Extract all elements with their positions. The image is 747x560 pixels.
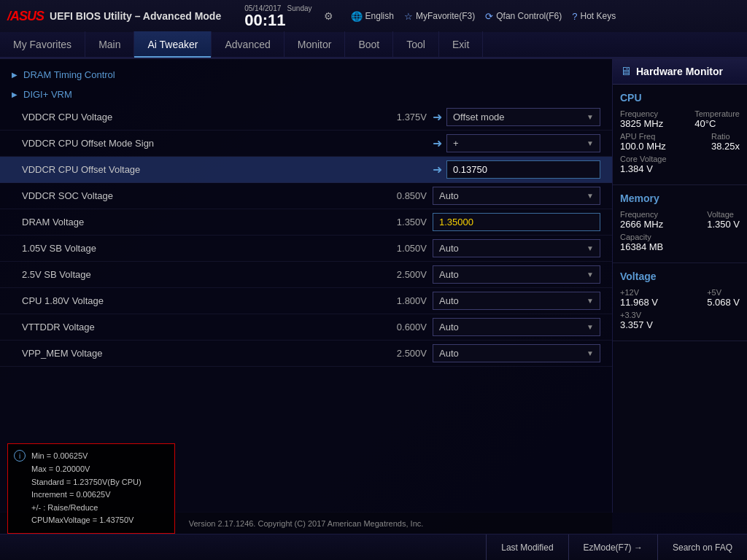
cpu-1-80v-voltage-value: 1.800V [368, 295, 427, 306]
vttddr-voltage-control: Auto ▼ [433, 318, 600, 336]
time-display: 05/14/2017 Sunday 00:11 [244, 4, 311, 28]
globe-icon: 🌐 [351, 11, 363, 22]
vttddr-voltage-row: VTTDDR Voltage 0.600V Auto ▼ [0, 314, 612, 341]
cpu-1-80v-voltage-row: CPU 1.80V Voltage 1.800V Auto ▼ [0, 288, 612, 314]
ez-mode-btn[interactable]: EzMode(F7) → [568, 534, 657, 560]
mem-freq-value: 2666 MHz [620, 219, 663, 230]
chevron-down-icon: ▼ [587, 244, 594, 252]
vddcr-soc-voltage-label: VDDCR SOC Voltage [22, 190, 368, 201]
cpu-freq-value: 3825 MHz [620, 118, 663, 129]
hot-keys-btn[interactable]: ? Hot Keys [572, 11, 616, 22]
tab-boot[interactable]: Boot [345, 31, 393, 58]
cpu-section-title: CPU [620, 92, 740, 104]
chevron-down-icon: ▼ [587, 113, 594, 121]
1-05v-sb-dropdown[interactable]: Auto ▼ [433, 239, 600, 257]
cpu-freq-label: Frequency [620, 109, 663, 118]
header-nav-items: 🌐 English ☆ MyFavorite(F3) ⟳ Qfan Contro… [351, 11, 616, 22]
header: /ASUS UEFI BIOS Utility – Advanced Mode … [0, 0, 747, 59]
mem-capacity-row: Capacity 16384 MB [620, 233, 740, 252]
vddcr-cpu-voltage-value: 1.375V [368, 112, 427, 122]
mem-voltage-label: Voltage [707, 210, 740, 219]
tab-advanced[interactable]: Advanced [212, 31, 284, 58]
header-tools: 05/14/2017 Sunday 00:11 ⚙ [244, 4, 333, 28]
chevron-down-icon: ▼ [587, 323, 594, 331]
mem-voltage-value: 1.350 V [707, 219, 740, 230]
bottom-bar: Last Modified EzMode(F7) → Search on FAQ [0, 534, 747, 560]
help-icon: ? [572, 11, 577, 22]
dram-voltage-label: DRAM Voltage [22, 217, 368, 228]
search-on-faq-btn[interactable]: Search on FAQ [657, 534, 747, 560]
mem-freq-voltage-row: Frequency 2666 MHz Voltage 1.350 V [620, 210, 740, 230]
mem-capacity-label: Capacity [620, 233, 663, 241]
offset-mode-dropdown[interactable]: Offset mode ▼ [446, 108, 600, 126]
cpu-temp-label: Temperature [694, 109, 740, 118]
myfavorite-btn[interactable]: ☆ MyFavorite(F3) [404, 11, 475, 22]
1-05v-sb-voltage-value: 1.050V [368, 243, 427, 254]
33v-row: +3.3V 3.357 V [620, 311, 740, 330]
fan-icon: ⟳ [485, 11, 493, 22]
cpu-1-80v-dropdown[interactable]: Auto ▼ [433, 292, 600, 310]
hardware-monitor-panel: 🖥 Hardware Monitor CPU Frequency 3825 MH… [612, 59, 747, 513]
offset-voltage-input[interactable]: 0.13750 [446, 160, 600, 179]
memory-section: Memory Frequency 2666 MHz Voltage 1.350 … [613, 185, 747, 263]
qfan-control-btn[interactable]: ⟳ Qfan Control(F6) [485, 11, 562, 22]
gear-icon[interactable]: ⚙ [324, 10, 333, 22]
asus-logo: /ASUS [7, 9, 44, 24]
last-modified-btn[interactable]: Last Modified [486, 534, 568, 560]
vddcr-soc-voltage-control: Auto ▼ [433, 187, 600, 205]
vddcr-cpu-voltage-row: VDDCR CPU Voltage 1.375V ➜ Offset mode ▼ [0, 104, 612, 131]
vpp-mem-voltage-row: VPP_MEM Voltage 2.500V Auto ▼ [0, 341, 612, 367]
tab-my-favorites[interactable]: My Favorites [0, 31, 85, 58]
voltage-section: Voltage +12V 11.968 V +5V 5.068 V +3.3V … [613, 263, 747, 341]
soc-voltage-dropdown[interactable]: Auto ▼ [433, 187, 600, 205]
vddcr-cpu-voltage-control: ➜ Offset mode ▼ [433, 108, 600, 126]
chevron-down-icon: ▼ [587, 192, 594, 200]
vpp-mem-voltage-control: Auto ▼ [433, 344, 600, 362]
dram-timing-control-header[interactable]: ▶ DRAM Timing Control [0, 65, 612, 85]
info-content: Min = 0.00625V Max = 0.20000V Standard =… [31, 450, 167, 527]
main-nav: My Favorites Main Ai Tweaker Advanced Mo… [0, 32, 747, 58]
core-voltage-row: Core Voltage 1.384 V [620, 155, 740, 174]
collapse-arrow-icon: ▶ [12, 90, 18, 98]
vddcr-cpu-offset-mode-sign-row: VDDCR CPU Offset Mode Sign ➜ + ▼ [0, 131, 612, 157]
star-icon: ☆ [404, 11, 413, 22]
language-selector[interactable]: 🌐 English [351, 11, 394, 22]
vttddr-voltage-label: VTTDDR Voltage [22, 322, 368, 332]
tab-main[interactable]: Main [85, 31, 134, 58]
vddcr-cpu-offset-voltage-label: VDDCR CPU Offset Voltage [22, 164, 368, 175]
33v-value: 3.357 V [620, 319, 653, 330]
cpu-freq-temp-row: Frequency 3825 MHz Temperature 40°C [620, 109, 740, 129]
apu-freq-label: APU Freq [620, 132, 666, 141]
tab-tool[interactable]: Tool [393, 31, 439, 58]
2-5v-sb-voltage-row: 2.5V SB Voltage 2.500V Auto ▼ [0, 262, 612, 288]
vddcr-cpu-offset-voltage-row: VDDCR CPU Offset Voltage ➜ 0.13750 [0, 157, 612, 183]
cpu-1-80v-voltage-label: CPU 1.80V Voltage [22, 295, 368, 306]
offset-sign-dropdown[interactable]: + ▼ [446, 134, 600, 152]
2-5v-sb-voltage-value: 2.500V [368, 269, 427, 280]
arrow-indicator-1: ➜ [433, 110, 442, 124]
5v-value: 5.068 V [707, 297, 740, 308]
tab-ai-tweaker[interactable]: Ai Tweaker [134, 31, 212, 58]
collapse-arrow-icon: ▶ [12, 71, 18, 79]
tab-monitor[interactable]: Monitor [285, 31, 346, 58]
vttddr-dropdown[interactable]: Auto ▼ [433, 318, 600, 336]
vpp-mem-voltage-value: 2.500V [368, 348, 427, 359]
apu-freq-value: 100.0 MHz [620, 141, 666, 152]
cpu-apu-ratio-row: APU Freq 100.0 MHz Ratio 38.25x [620, 132, 740, 152]
vddcr-soc-voltage-value: 0.850V [368, 190, 427, 201]
2-5v-sb-dropdown[interactable]: Auto ▼ [433, 265, 600, 284]
1-05v-sb-voltage-row: 1.05V SB Voltage 1.050V Auto ▼ [0, 236, 612, 262]
vddcr-cpu-offset-voltage-control: ➜ 0.13750 [433, 160, 600, 179]
tab-exit[interactable]: Exit [439, 31, 483, 58]
vddcr-cpu-offset-mode-sign-control: ➜ + ▼ [433, 134, 600, 152]
arrow-indicator-3: ➜ [433, 163, 442, 176]
cpu-section: CPU Frequency 3825 MHz Temperature 40°C … [613, 85, 747, 185]
dram-voltage-input[interactable]: 1.35000 [433, 213, 600, 231]
dram-voltage-control: 1.35000 [433, 213, 600, 231]
2-5v-sb-voltage-label: 2.5V SB Voltage [22, 269, 368, 280]
cpu-temp-value: 40°C [694, 118, 740, 129]
digi-vrm-header[interactable]: ▶ DIGI+ VRM [0, 85, 612, 104]
core-voltage-label: Core Voltage [620, 155, 667, 163]
vpp-mem-dropdown[interactable]: Auto ▼ [433, 344, 600, 362]
chevron-down-icon: ▼ [587, 297, 594, 305]
